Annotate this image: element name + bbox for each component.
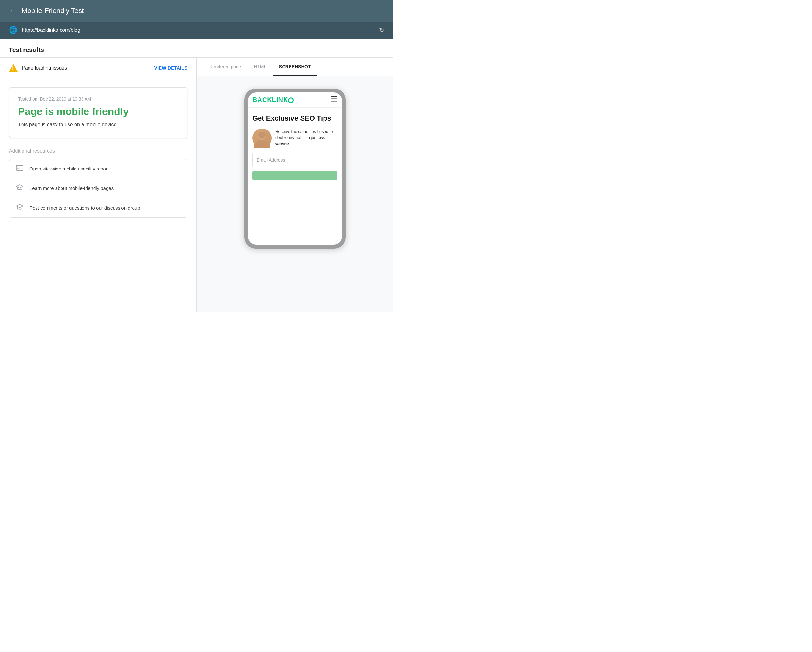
- issues-bar: Page loading issues VIEW DETAILS: [0, 58, 196, 78]
- tab-html[interactable]: HTML: [247, 58, 272, 75]
- phone-area: BACKLINK Get Exclusive SEO Tips: [197, 76, 393, 312]
- svg-point-6: [254, 139, 270, 148]
- usability-report-icon: [15, 165, 24, 172]
- view-details-link[interactable]: VIEW DETAILS: [154, 66, 188, 70]
- url-bar: 🌐 ↻: [0, 21, 393, 39]
- main-content: Page loading issues VIEW DETAILS Tested …: [0, 58, 393, 312]
- resource-item-learn[interactable]: Learn more about mobile-friendly pages: [9, 178, 187, 198]
- app-header: ← Mobile-Friendly Test: [0, 0, 393, 21]
- issues-text: Page loading issues: [21, 65, 150, 71]
- phone-email-field: Email Address: [252, 153, 337, 167]
- resource-text-discussion: Post comments or questions to our discus…: [29, 205, 140, 210]
- refresh-icon[interactable]: ↻: [379, 26, 385, 34]
- svg-rect-1: [17, 167, 23, 167]
- svg-rect-2: [17, 168, 19, 169]
- backlinko-logo: BACKLINK: [252, 96, 294, 104]
- result-card: Tested on: Dec 22, 2020 at 10:33 AM Page…: [9, 87, 188, 138]
- additional-resources: Additional resources Open site-wide mobi…: [0, 138, 196, 218]
- resources-card: Open site-wide mobile usability report L…: [9, 159, 188, 218]
- avatar: [252, 129, 272, 148]
- mobile-friendly-desc: This page is easy to use on a mobile dev…: [18, 122, 178, 128]
- tab-screenshot[interactable]: SCREENSHOT: [273, 58, 317, 75]
- resource-item-discussion[interactable]: Post comments or questions to our discus…: [9, 198, 187, 217]
- phone-offer-row: Receive the same tips I used to double m…: [248, 127, 342, 153]
- right-panel: Rendered page HTML SCREENSHOT BACKLINK: [197, 58, 393, 312]
- phone-screen: BACKLINK Get Exclusive SEO Tips: [248, 92, 342, 245]
- url-input[interactable]: [22, 27, 375, 33]
- learn-icon: [15, 184, 24, 192]
- back-button[interactable]: ←: [9, 6, 17, 15]
- phone-header: BACKLINK: [248, 92, 342, 108]
- resource-text-learn: Learn more about mobile-friendly pages: [29, 185, 114, 191]
- globe-icon: 🌐: [9, 26, 17, 34]
- page-title: Mobile-Friendly Test: [21, 7, 84, 15]
- resource-text-usability: Open site-wide mobile usability report: [29, 166, 109, 171]
- additional-resources-title: Additional resources: [9, 148, 188, 154]
- test-results-heading: Test results: [0, 39, 393, 58]
- resource-item-usability[interactable]: Open site-wide mobile usability report: [9, 159, 187, 178]
- hamburger-menu-icon: [331, 96, 337, 103]
- tab-bar: Rendered page HTML SCREENSHOT: [197, 58, 393, 76]
- phone-cta-button: [252, 171, 337, 180]
- svg-rect-3: [331, 96, 337, 98]
- left-panel: Page loading issues VIEW DETAILS Tested …: [0, 58, 197, 312]
- svg-point-8: [258, 132, 266, 138]
- tested-on-text: Tested on: Dec 22, 2020 at 10:33 AM: [18, 96, 178, 102]
- mobile-friendly-title: Page is mobile friendly: [18, 106, 178, 118]
- phone-mockup: BACKLINK Get Exclusive SEO Tips: [244, 89, 346, 248]
- phone-headline: Get Exclusive SEO Tips: [248, 108, 342, 127]
- discussion-icon: [15, 204, 24, 212]
- tab-rendered-page[interactable]: Rendered page: [203, 58, 247, 75]
- warning-icon: [9, 64, 18, 72]
- phone-offer-text: Receive the same tips I used to double m…: [275, 129, 337, 147]
- svg-rect-4: [331, 99, 337, 99]
- svg-rect-5: [331, 101, 337, 102]
